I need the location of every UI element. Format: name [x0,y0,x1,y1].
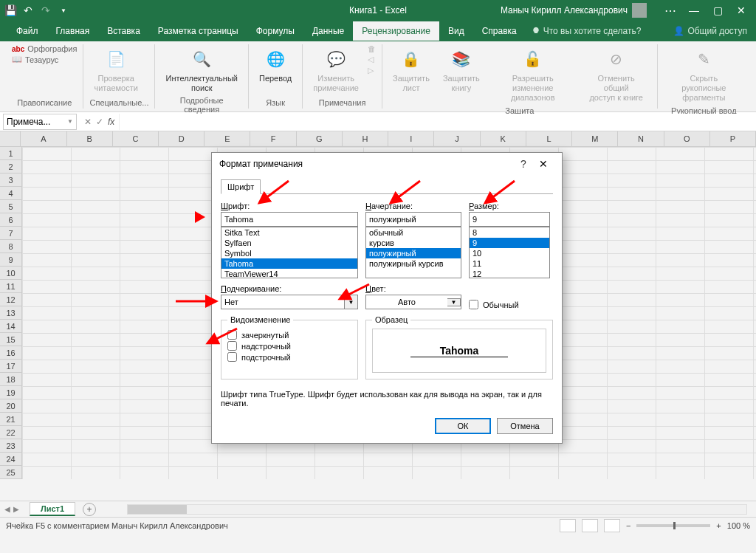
underline-combo[interactable]: ▼ [221,295,358,309]
col-header[interactable]: D [159,131,205,146]
unshare-button[interactable]: ⊘Отменить общий доступ к книге [582,44,651,106]
row-header[interactable]: 25 [0,466,22,479]
listbox-item[interactable]: обычный [366,227,461,238]
row-header[interactable]: 20 [0,399,22,413]
style-listbox[interactable]: обычныйкурсивполужирныйполужирный курсив [365,227,461,278]
row-header[interactable]: 9 [0,253,22,267]
redo-icon[interactable]: ↷ [40,4,52,16]
translate-button[interactable]: 🌐 Перевод [255,44,296,86]
listbox-item[interactable]: 9 [470,238,549,248]
minimize-button[interactable]: — [684,2,704,18]
page-break-icon[interactable] [604,519,620,532]
protect-workbook-button[interactable]: 📚Защитить книгу [439,44,484,96]
menu-file[interactable]: Файл [7,21,47,41]
menu-help[interactable]: Справка [473,21,526,41]
col-header[interactable]: L [526,131,572,146]
row-header[interactable]: 6 [0,213,22,227]
row-header[interactable]: 14 [0,320,22,333]
menu-data[interactable]: Данные [303,21,353,41]
zoom-in-icon[interactable]: + [716,521,721,530]
col-header[interactable]: P [710,131,756,146]
listbox-item[interactable]: 11 [470,258,549,269]
menu-formulas[interactable]: Формулы [247,21,303,41]
next-comment-icon[interactable]: ▷ [368,66,376,75]
menu-pagelayout[interactable]: Разметка страницы [149,21,247,41]
maximize-button[interactable]: ▢ [707,2,728,18]
menu-review[interactable]: Рецензирование [353,21,439,41]
row-header[interactable]: 21 [0,413,22,426]
col-header[interactable]: I [388,131,434,146]
color-combo[interactable]: Авто ▼ [365,295,461,309]
listbox-item[interactable]: полужирный [366,248,461,258]
hide-ink-button[interactable]: ✎Скрыть рукописные фрагменты [664,44,744,106]
listbox-item[interactable]: Tahoma [221,258,357,269]
tab-font[interactable]: Шрифт [221,179,261,194]
normal-view-icon[interactable] [560,519,576,532]
protect-sheet-button[interactable]: 🔒Защитить лист [388,44,434,96]
menu-home[interactable]: Главная [47,21,99,41]
row-header[interactable]: 19 [0,386,22,399]
help-button[interactable]: ? [515,158,532,170]
ok-button[interactable]: ОК [435,418,491,434]
listbox-item[interactable]: 12 [470,269,549,278]
row-header[interactable]: 2 [0,160,22,174]
row-header[interactable]: 13 [0,306,22,320]
col-header[interactable]: B [67,131,113,146]
prev-comment-icon[interactable]: ◁ [368,55,376,64]
zoom-out-icon[interactable]: − [626,521,630,530]
row-header[interactable]: 1 [0,147,22,160]
edit-comment-button[interactable]: 💬 Изменить примечание [309,44,363,96]
prev-sheet-icon[interactable]: ◀ [4,505,10,513]
delete-comment-icon[interactable]: 🗑 [368,44,376,53]
row-header[interactable]: 18 [0,373,22,386]
smart-lookup-button[interactable]: 🔍 Интеллектуальный поиск [161,44,241,96]
ribbon-options-icon[interactable]: ⋯ [660,2,681,18]
menu-view[interactable]: Вид [439,21,473,41]
formula-input[interactable] [119,114,756,130]
col-header[interactable]: J [434,131,480,146]
row-header[interactable]: 10 [0,267,22,280]
share-button[interactable]: 👤 Общий доступ [673,26,747,36]
col-header[interactable]: A [21,131,66,146]
listbox-item[interactable]: Symbol [221,248,357,258]
spelling-button[interactable]: abcОрфография [12,44,77,53]
col-header[interactable]: E [205,131,250,146]
col-header[interactable]: M [572,131,618,146]
zoom-slider[interactable] [636,524,710,527]
row-header[interactable]: 22 [0,426,22,439]
horizontal-scrollbar[interactable] [127,504,747,515]
row-header[interactable]: 12 [0,293,22,306]
strikethrough-checkbox[interactable] [227,330,237,340]
page-layout-icon[interactable] [582,519,598,532]
tell-me[interactable]: Что вы хотите сделать? [532,26,642,36]
dialog-close-button[interactable]: ✕ [532,158,554,170]
row-header[interactable]: 23 [0,439,22,453]
listbox-item[interactable]: полужирный курсив [366,258,461,269]
row-header[interactable]: 15 [0,333,22,346]
listbox-item[interactable]: 8 [470,227,549,238]
listbox-item[interactable]: курсив [366,238,461,248]
enter-formula-icon[interactable]: ✓ [96,117,103,127]
add-sheet-button[interactable]: + [83,503,96,516]
cancel-button[interactable]: Отмена [497,418,553,434]
row-header[interactable]: 8 [0,240,22,253]
col-header[interactable]: G [297,131,343,146]
save-icon[interactable]: 💾 [4,4,16,16]
fx-icon[interactable]: fx [108,117,114,127]
col-header[interactable]: F [250,131,296,146]
subscript-checkbox[interactable] [227,352,237,362]
chevron-down-icon[interactable]: ▼ [345,295,358,309]
normal-checkbox[interactable] [469,300,478,309]
close-button[interactable]: ✕ [731,2,752,18]
size-listbox[interactable]: 8910111214 [469,227,550,278]
row-header[interactable]: 3 [0,174,22,187]
thesaurus-button[interactable]: 📖Тезаурус [12,55,77,64]
font-input[interactable] [221,212,358,227]
size-input[interactable] [469,212,550,227]
row-header[interactable]: 5 [0,200,22,213]
style-input[interactable] [365,212,461,227]
select-all-corner[interactable] [0,131,21,146]
col-header[interactable]: K [481,131,526,146]
row-header[interactable]: 16 [0,346,22,360]
row-header[interactable]: 24 [0,453,22,466]
